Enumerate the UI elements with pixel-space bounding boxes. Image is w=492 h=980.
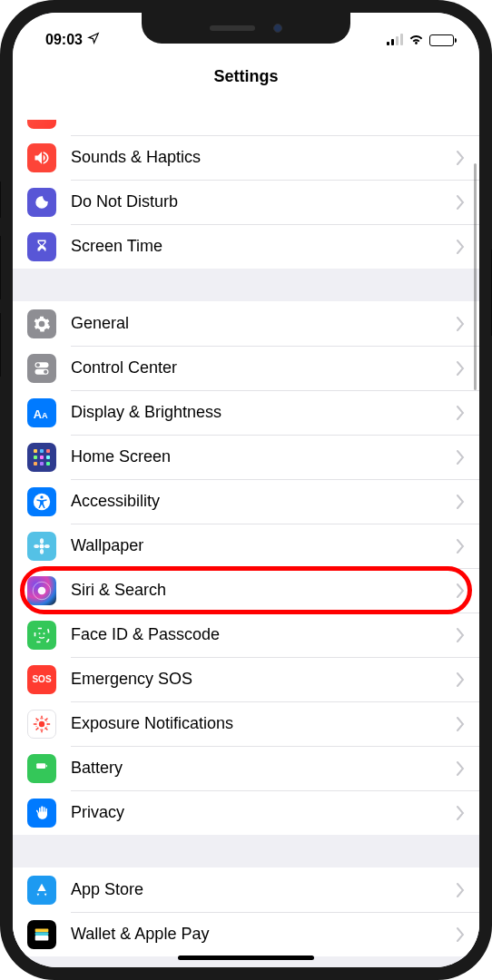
appstore-icon [27, 876, 56, 905]
row-label: Home Screen [71, 447, 457, 466]
svg-rect-40 [35, 932, 49, 936]
settings-group: App StoreWallet & Apple Pay [13, 867, 479, 956]
svg-rect-24 [35, 628, 49, 642]
chevron-right-icon [457, 450, 465, 465]
hw-volume-down [0, 313, 1, 377]
chevron-right-icon [457, 717, 465, 731]
svg-point-17 [40, 544, 44, 548]
speaker-icon [27, 143, 56, 172]
row-label: Siri & Search [71, 581, 457, 600]
svg-rect-6 [34, 449, 37, 453]
chevron-right-icon [457, 195, 465, 210]
row-label: Screen Time [71, 237, 457, 256]
settings-row-sounds-haptics[interactable]: Sounds & Haptics [13, 135, 479, 180]
svg-point-16 [40, 495, 43, 498]
svg-point-3 [44, 369, 47, 373]
settings-row-app-store[interactable]: App Store [13, 867, 479, 912]
svg-point-1 [36, 363, 40, 367]
chevron-right-icon [457, 361, 465, 376]
svg-point-28 [39, 720, 44, 726]
settings-row-general[interactable]: General [13, 301, 479, 346]
row-label: App Store [71, 880, 457, 899]
svg-rect-14 [46, 462, 50, 466]
settings-row-emergency-sos[interactable]: SOSEmergency SOS [13, 657, 479, 701]
svg-text:A: A [42, 410, 48, 419]
chevron-right-icon [457, 806, 465, 820]
chevron-right-icon [457, 406, 465, 420]
sos-icon: SOS [27, 665, 56, 694]
row-label: Face ID & Passcode [71, 625, 457, 644]
settings-row-exposure-notifications[interactable]: Exposure Notifications [13, 701, 479, 746]
chevron-right-icon [457, 761, 465, 776]
hand-icon [27, 799, 56, 828]
moon-icon [27, 188, 56, 217]
battery-icon [429, 34, 454, 46]
chevron-right-icon [457, 883, 465, 897]
page-title: Settings [213, 67, 278, 86]
settings-row-face-id-passcode[interactable]: Face ID & Passcode [13, 612, 479, 657]
settings-row-display-brightness[interactable]: AADisplay & Brightness [13, 390, 479, 435]
chevron-right-icon [457, 628, 465, 642]
svg-rect-11 [46, 456, 50, 459]
face-icon [27, 621, 56, 650]
hw-volume-up [0, 236, 1, 299]
flower-icon [27, 532, 56, 561]
settings-row-wallpaper[interactable]: Wallpaper [13, 524, 479, 568]
svg-point-25 [39, 632, 41, 634]
settings-list[interactable]: Sounds & HapticsDo Not DisturbScreen Tim… [13, 100, 479, 967]
svg-point-21 [44, 544, 50, 547]
settings-row-screen-time[interactable]: Screen Time [13, 224, 479, 269]
svg-rect-41 [35, 935, 49, 940]
svg-rect-12 [34, 462, 37, 466]
hw-silent-switch [0, 181, 1, 218]
svg-point-19 [40, 548, 44, 554]
row-label: Privacy [71, 803, 457, 822]
svg-rect-10 [40, 456, 44, 459]
svg-point-26 [44, 632, 45, 634]
settings-row-do-not-disturb[interactable]: Do Not Disturb [13, 180, 479, 224]
svg-point-23 [38, 586, 46, 594]
svg-text:A: A [34, 407, 42, 420]
svg-rect-38 [46, 764, 47, 766]
accessibility-icon [27, 487, 56, 516]
phone-frame: 09:03 Settings [0, 0, 492, 980]
settings-row-privacy[interactable]: Privacy [13, 790, 479, 835]
chevron-right-icon [457, 317, 465, 331]
chevron-right-icon [457, 672, 465, 687]
gear-icon [27, 309, 56, 338]
settings-row-battery[interactable]: Battery [13, 746, 479, 790]
text-size-icon: AA [27, 398, 56, 427]
row-label: Display & Brightness [71, 403, 457, 422]
row-label: Exposure Notifications [71, 714, 457, 733]
home-indicator[interactable] [178, 956, 314, 960]
chevron-right-icon [457, 151, 465, 165]
chevron-right-icon [457, 539, 465, 554]
svg-rect-13 [40, 462, 44, 466]
cellular-signal-icon [387, 34, 403, 45]
settings-row-accessibility[interactable]: Accessibility [13, 479, 479, 524]
row-label: Do Not Disturb [71, 192, 457, 211]
settings-row-siri-search[interactable]: Siri & Search [13, 568, 479, 612]
settings-row-home-screen[interactable]: Home Screen [13, 435, 479, 479]
chevron-right-icon [457, 927, 465, 942]
status-time: 09:03 [45, 32, 83, 48]
location-icon [87, 32, 100, 48]
svg-line-36 [45, 718, 48, 720]
row-label: Battery [71, 759, 457, 778]
chevron-right-icon [457, 240, 465, 254]
scrollbar[interactable] [474, 163, 477, 390]
virus-icon [27, 710, 56, 739]
settings-row-truncated[interactable] [13, 100, 479, 135]
svg-rect-8 [46, 449, 50, 453]
settings-group: GeneralControl CenterAADisplay & Brightn… [13, 301, 479, 835]
settings-row-control-center[interactable]: Control Center [13, 346, 479, 390]
screen: 09:03 Settings [13, 13, 479, 967]
siri-icon [27, 576, 56, 605]
chevron-right-icon [457, 583, 465, 598]
settings-group: Sounds & HapticsDo Not DisturbScreen Tim… [13, 100, 479, 269]
row-label: Wallpaper [71, 536, 457, 555]
chevron-right-icon [457, 495, 465, 509]
settings-row-wallet-apple-pay[interactable]: Wallet & Apple Pay [13, 912, 479, 956]
wifi-icon [408, 32, 424, 48]
row-label: Control Center [71, 358, 457, 377]
